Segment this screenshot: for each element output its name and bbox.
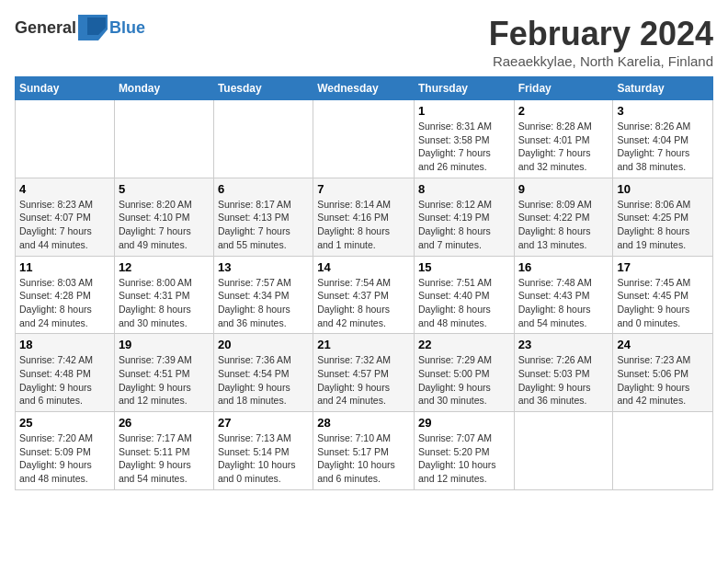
day-info: Sunrise: 7:36 AMSunset: 4:54 PMDaylight:… — [218, 353, 309, 408]
empty-cell — [213, 100, 313, 178]
day-info: Sunrise: 8:31 AMSunset: 3:58 PMDaylight:… — [418, 120, 510, 174]
calendar-cell-3: 3Sunrise: 8:26 AMSunset: 4:04 PMDaylight… — [613, 100, 713, 178]
calendar-cell-5: 5Sunrise: 8:20 AMSunset: 4:10 PMDaylight… — [114, 178, 213, 256]
day-number: 9 — [518, 182, 609, 196]
empty-cell — [613, 412, 713, 490]
calendar-cell-4: 4Sunrise: 8:23 AMSunset: 4:07 PMDaylight… — [16, 178, 115, 256]
day-info: Sunrise: 7:32 AMSunset: 4:57 PMDaylight:… — [317, 353, 410, 408]
day-info: Sunrise: 8:17 AMSunset: 4:13 PMDaylight:… — [218, 198, 309, 252]
day-number: 14 — [317, 260, 410, 274]
day-number: 25 — [19, 416, 110, 430]
calendar-cell-6: 6Sunrise: 8:17 AMSunset: 4:13 PMDaylight… — [213, 178, 313, 256]
calendar-cell-27: 27Sunrise: 7:13 AMSunset: 5:14 PMDayligh… — [213, 412, 313, 490]
logo-general-text: General — [15, 18, 76, 38]
calendar-cell-23: 23Sunrise: 7:26 AMSunset: 5:03 PMDayligh… — [514, 334, 613, 412]
empty-cell — [16, 100, 115, 178]
day-number: 22 — [418, 338, 510, 351]
calendar-cell-8: 8Sunrise: 8:12 AMSunset: 4:19 PMDaylight… — [414, 178, 514, 256]
calendar-cell-11: 11Sunrise: 8:03 AMSunset: 4:28 PMDayligh… — [16, 256, 115, 334]
weekday-header-tuesday: Tuesday — [213, 77, 313, 100]
calendar-cell-18: 18Sunrise: 7:42 AMSunset: 4:48 PMDayligh… — [16, 334, 115, 412]
day-info: Sunrise: 7:29 AMSunset: 5:00 PMDaylight:… — [418, 353, 510, 408]
day-info: Sunrise: 7:51 AMSunset: 4:40 PMDaylight:… — [418, 276, 510, 330]
day-number: 27 — [218, 416, 309, 430]
calendar-cell-14: 14Sunrise: 7:54 AMSunset: 4:37 PMDayligh… — [313, 256, 415, 334]
day-info: Sunrise: 7:57 AMSunset: 4:34 PMDaylight:… — [218, 276, 309, 330]
day-info: Sunrise: 8:14 AMSunset: 4:16 PMDaylight:… — [317, 198, 410, 252]
day-number: 8 — [418, 182, 510, 196]
day-number: 24 — [617, 338, 709, 351]
day-number: 3 — [617, 104, 709, 118]
day-number: 28 — [317, 416, 410, 430]
day-info: Sunrise: 7:45 AMSunset: 4:45 PMDaylight:… — [617, 276, 709, 330]
day-info: Sunrise: 7:54 AMSunset: 4:37 PMDaylight:… — [317, 276, 410, 330]
day-number: 4 — [19, 182, 110, 196]
calendar-cell-21: 21Sunrise: 7:32 AMSunset: 4:57 PMDayligh… — [313, 334, 415, 412]
day-info: Sunrise: 7:23 AMSunset: 5:06 PMDaylight:… — [617, 353, 709, 408]
calendar-cell-20: 20Sunrise: 7:36 AMSunset: 4:54 PMDayligh… — [213, 334, 313, 412]
location-subtitle: Raeaekkylae, North Karelia, Finland — [489, 53, 713, 69]
day-number: 13 — [218, 260, 309, 274]
day-info: Sunrise: 7:48 AMSunset: 4:43 PMDaylight:… — [518, 276, 609, 330]
calendar-cell-10: 10Sunrise: 8:06 AMSunset: 4:25 PMDayligh… — [613, 178, 713, 256]
empty-cell — [313, 100, 415, 178]
day-info: Sunrise: 7:39 AMSunset: 4:51 PMDaylight:… — [119, 353, 210, 408]
day-info: Sunrise: 8:03 AMSunset: 4:28 PMDaylight:… — [19, 276, 110, 330]
calendar-cell-13: 13Sunrise: 7:57 AMSunset: 4:34 PMDayligh… — [213, 256, 313, 334]
weekday-header-saturday: Saturday — [613, 77, 713, 100]
day-info: Sunrise: 8:28 AMSunset: 4:01 PMDaylight:… — [518, 120, 609, 174]
day-info: Sunrise: 7:20 AMSunset: 5:09 PMDaylight:… — [19, 431, 110, 486]
day-number: 12 — [119, 260, 210, 274]
weekday-header-sunday: Sunday — [16, 77, 115, 100]
day-number: 20 — [218, 338, 309, 351]
day-number: 7 — [317, 182, 410, 196]
calendar-cell-17: 17Sunrise: 7:45 AMSunset: 4:45 PMDayligh… — [613, 256, 713, 334]
day-info: Sunrise: 8:23 AMSunset: 4:07 PMDaylight:… — [19, 198, 110, 252]
calendar-cell-2: 2Sunrise: 8:28 AMSunset: 4:01 PMDaylight… — [514, 100, 613, 178]
calendar-cell-22: 22Sunrise: 7:29 AMSunset: 5:00 PMDayligh… — [414, 334, 514, 412]
day-info: Sunrise: 7:10 AMSunset: 5:17 PMDaylight:… — [317, 431, 410, 486]
day-info: Sunrise: 8:00 AMSunset: 4:31 PMDaylight:… — [119, 276, 210, 330]
day-number: 2 — [518, 104, 609, 118]
day-info: Sunrise: 7:13 AMSunset: 5:14 PMDaylight:… — [218, 431, 309, 486]
day-info: Sunrise: 8:09 AMSunset: 4:22 PMDaylight:… — [518, 198, 609, 252]
day-number: 18 — [19, 338, 110, 351]
day-number: 29 — [418, 416, 510, 430]
weekday-header-thursday: Thursday — [414, 77, 514, 100]
weekday-header-wednesday: Wednesday — [313, 77, 415, 100]
day-info: Sunrise: 8:06 AMSunset: 4:25 PMDaylight:… — [617, 198, 709, 252]
calendar-cell-12: 12Sunrise: 8:00 AMSunset: 4:31 PMDayligh… — [114, 256, 213, 334]
calendar-cell-24: 24Sunrise: 7:23 AMSunset: 5:06 PMDayligh… — [613, 334, 713, 412]
day-info: Sunrise: 7:26 AMSunset: 5:03 PMDaylight:… — [518, 353, 609, 408]
calendar-cell-25: 25Sunrise: 7:20 AMSunset: 5:09 PMDayligh… — [16, 412, 115, 490]
day-info: Sunrise: 7:07 AMSunset: 5:20 PMDaylight:… — [418, 431, 510, 486]
day-number: 10 — [617, 182, 709, 196]
calendar-cell-7: 7Sunrise: 8:14 AMSunset: 4:16 PMDaylight… — [313, 178, 415, 256]
calendar-cell-9: 9Sunrise: 8:09 AMSunset: 4:22 PMDaylight… — [514, 178, 613, 256]
day-info: Sunrise: 8:20 AMSunset: 4:10 PMDaylight:… — [119, 198, 210, 252]
calendar-cell-15: 15Sunrise: 7:51 AMSunset: 4:40 PMDayligh… — [414, 256, 514, 334]
day-number: 26 — [119, 416, 210, 430]
day-number: 1 — [418, 104, 510, 118]
calendar-cell-26: 26Sunrise: 7:17 AMSunset: 5:11 PMDayligh… — [114, 412, 213, 490]
day-number: 5 — [119, 182, 210, 196]
day-number: 11 — [19, 260, 110, 274]
day-info: Sunrise: 8:12 AMSunset: 4:19 PMDaylight:… — [418, 198, 510, 252]
calendar-cell-19: 19Sunrise: 7:39 AMSunset: 4:51 PMDayligh… — [114, 334, 213, 412]
calendar-cell-28: 28Sunrise: 7:10 AMSunset: 5:17 PMDayligh… — [313, 412, 415, 490]
day-number: 19 — [119, 338, 210, 351]
empty-cell — [114, 100, 213, 178]
day-number: 23 — [518, 338, 609, 351]
logo-bird-icon — [78, 15, 108, 40]
calendar-cell-29: 29Sunrise: 7:07 AMSunset: 5:20 PMDayligh… — [414, 412, 514, 490]
day-info: Sunrise: 8:26 AMSunset: 4:04 PMDaylight:… — [617, 120, 709, 174]
logo: General Blue — [15, 15, 145, 40]
day-info: Sunrise: 7:42 AMSunset: 4:48 PMDaylight:… — [19, 353, 110, 408]
day-number: 16 — [518, 260, 609, 274]
month-title: February 2024 — [489, 15, 713, 53]
day-number: 17 — [617, 260, 709, 274]
weekday-header-monday: Monday — [114, 77, 213, 100]
calendar-cell-16: 16Sunrise: 7:48 AMSunset: 4:43 PMDayligh… — [514, 256, 613, 334]
logo-blue-text: Blue — [109, 18, 145, 38]
day-number: 6 — [218, 182, 309, 196]
